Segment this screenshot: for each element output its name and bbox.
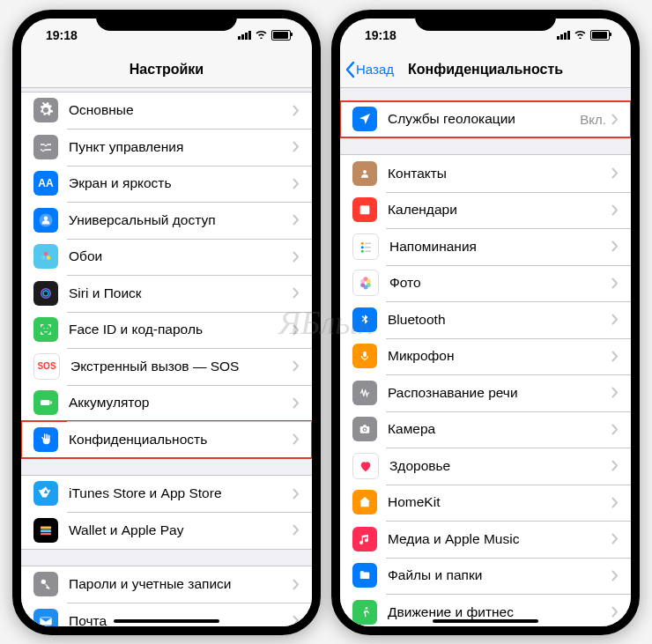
row-label: Распознавание речи (388, 385, 611, 401)
chevron-right-icon (293, 141, 300, 152)
wallpaper-icon (33, 244, 58, 269)
music-icon (352, 527, 377, 551)
chevron-right-icon (293, 579, 300, 590)
svg-rect-28 (365, 250, 371, 252)
chevron-right-icon (293, 287, 300, 299)
row-label: Движение и фитнес (388, 604, 611, 620)
row-label: Медиа и Apple Music (388, 531, 611, 547)
svg-point-6 (43, 291, 48, 296)
chevron-right-icon (611, 278, 619, 289)
chevron-right-icon (611, 351, 619, 362)
battery-icon (33, 390, 58, 415)
row-files[interactable]: Файлы и папки (340, 558, 631, 595)
settings-list[interactable]: ОсновныеПункт управленияAAЭкран и яркост… (21, 88, 312, 626)
row-music[interactable]: Медиа и Apple Music (340, 521, 631, 558)
group: Службы геолокацииВкл. (340, 100, 631, 139)
chevron-right-icon (611, 387, 619, 398)
chevron-right-icon (611, 460, 619, 471)
row-passwords[interactable]: Пароли и учетные записи (21, 566, 312, 603)
row-speech[interactable]: Распознавание речи (340, 374, 631, 411)
svg-point-25 (361, 246, 364, 248)
row-privacy[interactable]: Конфиденциальность (21, 421, 312, 458)
row-label: Face ID и код-пароль (69, 322, 293, 337)
chevron-right-icon (611, 114, 619, 125)
row-contacts-p[interactable]: Контакты (340, 155, 631, 192)
svg-point-27 (361, 250, 364, 253)
battery-icon (590, 30, 610, 41)
row-bluetooth[interactable]: Bluetooth (340, 301, 631, 338)
svg-rect-10 (50, 402, 52, 404)
motion-icon (352, 600, 377, 625)
svg-rect-24 (365, 242, 371, 244)
row-label: Универсальный доступ (69, 212, 293, 228)
chevron-right-icon (293, 615, 300, 625)
chevron-right-icon (293, 433, 300, 445)
calendars-icon (352, 197, 377, 222)
svg-point-40 (366, 607, 368, 610)
row-label: Файлы и папки (388, 567, 611, 583)
chevron-right-icon (293, 178, 300, 189)
row-label: Siri и Поиск (69, 285, 293, 301)
svg-point-3 (41, 256, 46, 261)
home-indicator[interactable] (433, 619, 538, 623)
chevron-right-icon (293, 488, 300, 500)
svg-point-7 (43, 328, 44, 329)
row-label: Здоровье (389, 458, 611, 474)
chevron-right-icon (293, 105, 300, 116)
files-icon (352, 563, 377, 588)
status-time: 19:18 (46, 28, 78, 42)
row-sos[interactable]: SOSЭкстренный вызов — SOS (21, 348, 312, 385)
mail-icon (33, 609, 58, 626)
svg-rect-11 (41, 526, 51, 529)
row-health[interactable]: Здоровье (340, 448, 631, 485)
row-microphone[interactable]: Микрофон (340, 338, 631, 375)
row-camera[interactable]: Камера (340, 411, 631, 448)
back-label: Назад (356, 62, 394, 77)
row-wallet[interactable]: Wallet и Apple Pay (21, 512, 312, 549)
status-time: 19:18 (365, 28, 396, 42)
row-controlcenter[interactable]: Пункт управления (21, 129, 312, 166)
svg-point-38 (364, 429, 366, 431)
passwords-icon (33, 572, 58, 596)
row-label: Микрофон (388, 348, 611, 364)
row-calendars[interactable]: Календари (340, 192, 631, 229)
row-faceid[interactable]: Face ID и код-пароль (21, 312, 312, 349)
accessibility-icon (33, 208, 58, 233)
row-photos[interactable]: Фото (340, 265, 631, 302)
svg-point-2 (44, 252, 48, 256)
nav-bar: Назад Конфиденциальность (340, 52, 631, 88)
row-label: Пароли и учетные записи (69, 576, 293, 592)
row-homekit[interactable]: HomeKit (340, 485, 631, 522)
home-indicator[interactable] (114, 619, 219, 623)
nav-bar: Настройки (21, 52, 312, 88)
speech-icon (352, 381, 377, 405)
row-label: Напоминания (389, 239, 611, 255)
row-itunes[interactable]: iTunes Store и App Store (21, 476, 312, 513)
group: Пароли и учетные записиПочтаКонтакты1Кал… (21, 566, 312, 626)
row-wallpaper[interactable]: Обои (21, 239, 312, 276)
row-reminders[interactable]: Напоминания (340, 228, 631, 265)
row-label: Экстренный вызов — SOS (70, 359, 293, 374)
row-label: Пункт управления (69, 139, 293, 155)
privacy-list[interactable]: Службы геолокацииВкл.КонтактыКалендариНа… (340, 88, 631, 626)
row-display[interactable]: AAЭкран и яркость (21, 166, 312, 203)
chevron-right-icon (293, 251, 300, 263)
wallet-icon (33, 518, 58, 543)
row-general[interactable]: Основные (21, 93, 312, 130)
row-mail[interactable]: Почта (21, 603, 312, 626)
row-battery[interactable]: Аккумулятор (21, 385, 312, 422)
svg-rect-39 (363, 426, 367, 427)
wifi-icon (255, 28, 268, 41)
notch (96, 10, 237, 31)
chevron-left-icon (345, 61, 356, 78)
faceid-icon (33, 317, 58, 342)
signal-icon (238, 31, 251, 40)
row-location[interactable]: Службы геолокацииВкл. (340, 101, 631, 138)
back-button[interactable]: Назад (345, 61, 394, 78)
itunes-icon (33, 481, 58, 506)
chevron-right-icon (611, 241, 619, 252)
row-siri[interactable]: Siri и Поиск (21, 275, 312, 312)
location-icon (352, 107, 377, 131)
svg-point-23 (361, 242, 364, 245)
row-accessibility[interactable]: Универсальный доступ (21, 202, 312, 239)
